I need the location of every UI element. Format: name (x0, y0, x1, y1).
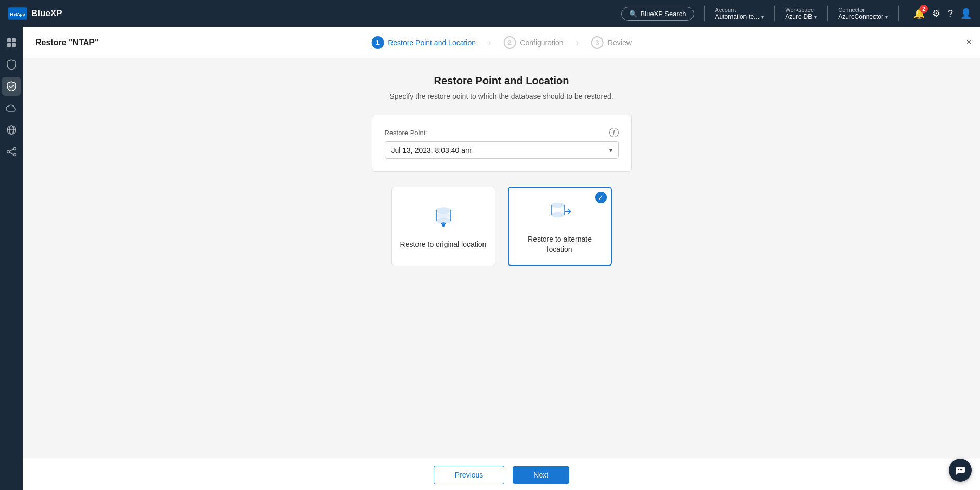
sidebar (0, 27, 23, 490)
connector-value: AzureConnector (838, 13, 883, 20)
svg-point-21 (552, 203, 564, 208)
svg-point-14 (436, 208, 451, 213)
step-2-number: 2 (503, 36, 516, 49)
original-location-label: Restore to original location (400, 240, 487, 250)
top-navigation: NetApp BlueXP 🔍 BlueXP Search Account Au… (0, 0, 980, 27)
svg-point-10 (7, 151, 10, 153)
nav-divider-4 (898, 6, 899, 21)
svg-text:NetApp: NetApp (10, 12, 25, 17)
sidebar-item-cloud[interactable] (2, 99, 21, 117)
nav-divider-3 (827, 6, 828, 21)
sidebar-item-share[interactable] (2, 142, 21, 161)
original-location-icon (430, 203, 457, 232)
svg-point-26 (958, 469, 959, 470)
svg-point-23 (552, 213, 564, 217)
info-icon[interactable]: i (609, 128, 619, 137)
restore-point-select[interactable]: Jul 13, 2023, 8:03:40 am (385, 141, 619, 159)
alternate-location-icon (546, 198, 573, 227)
account-chevron-icon: ▾ (761, 14, 764, 20)
svg-point-27 (960, 469, 961, 470)
close-icon[interactable]: × (966, 37, 972, 48)
connector-chevron-icon: ▾ (885, 14, 888, 20)
step-3-label: Review (608, 38, 632, 47)
svg-line-13 (10, 149, 14, 151)
svg-rect-4 (7, 43, 11, 47)
chat-bubble[interactable] (949, 459, 972, 482)
wizard-footer: Previous Next (23, 459, 980, 490)
svg-rect-3 (12, 38, 16, 42)
account-section[interactable]: Account Automation-te... ▾ (715, 7, 764, 20)
svg-point-19 (436, 213, 451, 218)
alternate-location-card[interactable]: ✓ Restore to alternate (508, 187, 612, 266)
search-label: BlueXP Search (641, 10, 686, 18)
search-icon: 🔍 (629, 10, 637, 18)
step-1-label: Restore Point and Location (388, 38, 476, 47)
notifications-icon[interactable]: 🔔 2 (913, 8, 925, 19)
step-separator-1: › (488, 38, 491, 47)
svg-point-20 (442, 223, 445, 227)
workspace-value: Azure-DB (785, 13, 812, 20)
next-button[interactable]: Next (513, 466, 569, 484)
account-label: Account (715, 7, 764, 13)
notification-badge: 2 (920, 5, 928, 13)
sidebar-item-shield[interactable] (2, 55, 21, 74)
section-subtitle: Specify the restore point to which the d… (389, 92, 613, 100)
sidebar-item-canvas[interactable] (2, 33, 21, 52)
section-title: Restore Point and Location (434, 75, 569, 87)
svg-rect-2 (7, 38, 11, 42)
user-icon[interactable]: 👤 (960, 8, 972, 19)
settings-icon[interactable]: ⚙ (932, 8, 940, 19)
content-area: Restore "NTAP" 1 Restore Point and Locat… (23, 27, 980, 490)
bluexp-search-button[interactable]: 🔍 BlueXP Search (621, 7, 694, 21)
workspace-section[interactable]: Workspace Azure-DB ▾ (785, 7, 817, 20)
step-2-label: Configuration (520, 38, 563, 47)
restore-point-box: Restore Point i Jul 13, 2023, 8:03:40 am… (372, 115, 632, 172)
previous-button[interactable]: Previous (434, 466, 504, 484)
nav-divider-1 (704, 6, 705, 21)
workspace-chevron-icon: ▾ (814, 14, 817, 20)
restore-point-label-row: Restore Point i (385, 128, 619, 137)
restore-point-label: Restore Point (385, 129, 426, 137)
nav-divider-2 (774, 6, 775, 21)
connector-section[interactable]: Connector AzureConnector ▾ (838, 7, 888, 20)
original-location-card[interactable]: Restore to original location (391, 187, 495, 266)
wizard-title: Restore "NTAP" (35, 38, 99, 47)
main-layout: Restore "NTAP" 1 Restore Point and Locat… (0, 27, 980, 490)
step-3-number: 3 (591, 36, 604, 49)
location-cards: Restore to original location ✓ (391, 187, 612, 266)
svg-line-12 (10, 152, 14, 154)
wizard-step-2[interactable]: 2 Configuration (503, 36, 563, 49)
wizard-step-1[interactable]: 1 Restore Point and Location (371, 36, 476, 49)
wizard-step-3[interactable]: 3 Review (591, 36, 632, 49)
help-icon[interactable]: ? (948, 8, 953, 19)
topnav-icons-group: 🔔 2 ⚙ ? 👤 (913, 8, 972, 19)
brand-logo[interactable]: NetApp BlueXP (8, 7, 62, 20)
account-value: Automation-te... (715, 13, 760, 20)
svg-point-9 (14, 148, 16, 150)
wizard-steps: 1 Restore Point and Location › 2 Configu… (371, 36, 632, 49)
sidebar-item-protection[interactable] (2, 77, 21, 96)
workspace-label: Workspace (785, 7, 817, 13)
brand-name: BlueXP (31, 8, 62, 19)
step-1-number: 1 (371, 36, 384, 49)
step-separator-2: › (576, 38, 579, 47)
wizard-body: Restore Point and Location Specify the r… (23, 58, 980, 459)
selected-checkmark-icon: ✓ (595, 192, 607, 203)
svg-point-11 (14, 154, 16, 156)
svg-rect-5 (12, 43, 16, 47)
wizard-header: Restore "NTAP" 1 Restore Point and Locat… (23, 27, 980, 58)
svg-point-28 (961, 469, 962, 470)
sidebar-item-globe[interactable] (2, 121, 21, 139)
connector-label: Connector (838, 7, 888, 13)
restore-point-select-wrapper: Jul 13, 2023, 8:03:40 am ▾ (385, 141, 619, 159)
alternate-location-label: Restore to alternate location (517, 234, 603, 255)
